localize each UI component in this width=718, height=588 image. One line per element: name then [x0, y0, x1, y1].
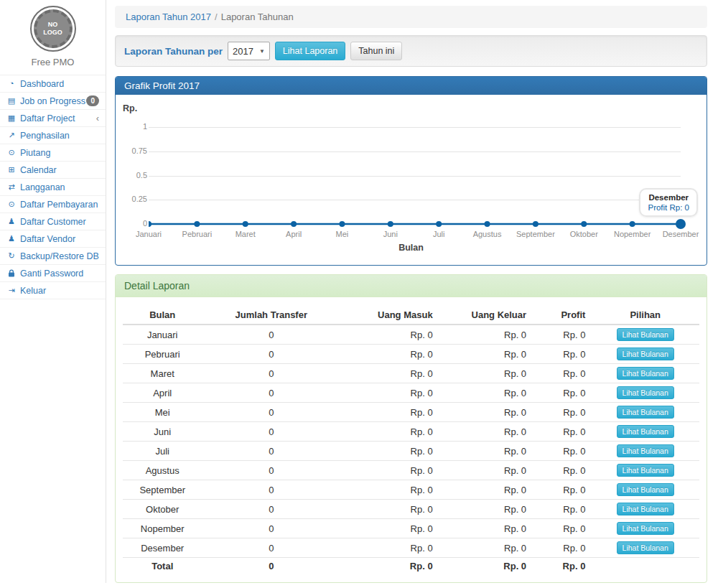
uang_masuk-cell: Rp. 0: [340, 519, 439, 538]
column-header: Profit: [532, 306, 591, 325]
lihat-bulanan-button[interactable]: Lihat Bulanan: [617, 541, 674, 554]
profit-series: [149, 127, 689, 233]
uang_masuk-cell: Rp. 0: [340, 325, 439, 345]
column-header: Uang Keluar: [439, 306, 532, 325]
count-badge: 0: [86, 95, 99, 106]
lihat-bulanan-button[interactable]: Lihat Bulanan: [617, 406, 674, 419]
table-row: Pebruari0Rp. 0Rp. 0Rp. 0Lihat Bulanan: [123, 345, 699, 364]
lock-icon: [6, 269, 17, 278]
profit-cell: Rp. 0: [532, 403, 591, 422]
pilihan-cell: Lihat Bulanan: [591, 383, 699, 403]
column-header: Pilihan: [591, 306, 699, 325]
money-icon: ⊙: [6, 149, 17, 157]
sidebar-item-langganan[interactable]: ⇄Langganan: [0, 179, 106, 196]
sidebar-item-daftar-customer[interactable]: ♟Daftar Customer: [0, 213, 106, 230]
lihat-bulanan-button[interactable]: Lihat Bulanan: [617, 444, 674, 457]
x-tick-label: Agustus: [473, 230, 502, 238]
uang_keluar-cell: Rp. 0: [439, 383, 532, 403]
chart-point-desember[interactable]: [676, 219, 686, 229]
chart-point-pebruari[interactable]: [194, 221, 200, 227]
pilihan-cell: Lihat Bulanan: [591, 500, 699, 519]
pilihan-cell: Lihat Bulanan: [591, 519, 699, 538]
chevron-left-icon: ‹: [96, 113, 99, 123]
tooltip-value: Profit Rp: 0: [648, 203, 689, 212]
lihat-laporan-button[interactable]: Lihat Laporan: [275, 42, 345, 60]
lihat-bulanan-button[interactable]: Lihat Bulanan: [617, 464, 674, 477]
year-select[interactable]: 2017 ▼: [228, 42, 270, 60]
profit-line-chart: Rp. 00.250.50.751JanuariPebruariMaretApr…: [123, 103, 699, 258]
lihat-bulanan-button[interactable]: Lihat Bulanan: [617, 483, 674, 496]
sidebar-item-keluar[interactable]: ⇥Keluar: [0, 282, 106, 299]
sidebar-item-piutang[interactable]: ⊙Piutang: [0, 144, 106, 162]
sidebar-item-daftar-project[interactable]: ▦Daftar Project‹: [0, 110, 106, 127]
users-icon: ♟: [6, 235, 17, 243]
lihat-bulanan-button[interactable]: Lihat Bulanan: [617, 328, 674, 341]
sidebar-item-daftar-vendor[interactable]: ♟Daftar Vendor: [0, 230, 106, 248]
lihat-bulanan-button[interactable]: Lihat Bulanan: [617, 503, 674, 515]
breadcrumb-separator: /: [215, 11, 218, 22]
sidebar-item-job-on-progress[interactable]: ▤Job on Progress0: [0, 93, 106, 110]
money-icon: ⊙: [6, 200, 17, 208]
x-tick-label: September: [516, 230, 555, 238]
lihat-bulanan-button[interactable]: Lihat Bulanan: [617, 367, 674, 380]
lihat-bulanan-button[interactable]: Lihat Bulanan: [617, 522, 674, 535]
chart-point-juni[interactable]: [388, 221, 393, 227]
jumlah_transfer-cell: 0: [202, 403, 340, 422]
bulan-cell: Maret: [123, 364, 202, 383]
profit-cell: Rp. 0: [532, 461, 591, 480]
column-header: Bulan: [123, 306, 202, 325]
sidebar-item-label: Job on Progress: [20, 96, 85, 106]
refresh-icon: ↻: [6, 252, 17, 260]
table-row: Nopember0Rp. 0Rp. 0Rp. 0Lihat Bulanan: [123, 519, 699, 538]
sidebar-item-daftar-pembayaran[interactable]: ⊙Daftar Pembayaran: [0, 196, 106, 213]
bulan-cell: September: [123, 480, 202, 500]
chart-point-juli[interactable]: [436, 221, 442, 227]
sidebar-item-backup-restore-db[interactable]: ↻Backup/Restore DB: [0, 248, 106, 265]
x-tick-label: Mei: [336, 230, 349, 238]
jumlah_transfer-cell: 0: [202, 461, 340, 480]
lihat-bulanan-button[interactable]: Lihat Bulanan: [617, 347, 674, 360]
jumlah_transfer-cell: 0: [202, 500, 340, 519]
table-row: September0Rp. 0Rp. 0Rp. 0Lihat Bulanan: [123, 480, 699, 500]
sidebar-item-label: Langganan: [20, 182, 65, 192]
table-row: Oktober0Rp. 0Rp. 0Rp. 0Lihat Bulanan: [123, 500, 699, 519]
y-tick-label: 0.75: [123, 146, 147, 155]
chart-point-september[interactable]: [533, 221, 538, 227]
chart-point-januari[interactable]: [149, 221, 151, 227]
breadcrumb-link[interactable]: Laporan Tahun 2017: [126, 11, 211, 22]
total-uang_masuk-cell: Rp. 0: [340, 558, 439, 575]
uang_keluar-cell: Rp. 0: [439, 480, 532, 500]
sidebar-item-calendar[interactable]: ⊞Calendar: [0, 162, 106, 179]
chart-point-nopember[interactable]: [630, 221, 635, 227]
lihat-bulanan-button[interactable]: Lihat Bulanan: [617, 386, 674, 399]
chart-point-oktober[interactable]: [581, 221, 587, 227]
pilihan-cell: Lihat Bulanan: [591, 403, 699, 422]
chart-point-mei[interactable]: [339, 221, 345, 227]
jumlah_transfer-cell: 0: [202, 345, 340, 364]
sidebar-item-ganti-password[interactable]: Ganti Password: [0, 265, 106, 282]
jumlah_transfer-cell: 0: [202, 364, 340, 383]
tahun-ini-button[interactable]: Tahun ini: [350, 42, 402, 60]
uang_masuk-cell: Rp. 0: [340, 403, 439, 422]
pilihan-cell: Lihat Bulanan: [591, 325, 699, 345]
no-logo-text: NO LOGO: [34, 9, 73, 48]
profit-cell: Rp. 0: [532, 422, 591, 442]
jumlah_transfer-cell: 0: [202, 538, 340, 558]
chart-point-maret[interactable]: [243, 221, 248, 227]
table-icon: ▦: [6, 114, 17, 122]
laporan-table: BulanJumlah TransferUang MasukUang Kelua…: [123, 306, 699, 575]
chart-point-agustus[interactable]: [485, 221, 490, 227]
uang_keluar-cell: Rp. 0: [439, 403, 532, 422]
lihat-bulanan-button[interactable]: Lihat Bulanan: [617, 425, 674, 438]
chart-point-april[interactable]: [291, 221, 297, 227]
year-filter-bar: Laporan Tahunan per 2017 ▼ Lihat Laporan…: [115, 35, 707, 67]
profit-cell: Rp. 0: [532, 519, 591, 538]
pilihan-cell: Lihat Bulanan: [591, 480, 699, 500]
sidebar-item-penghasilan[interactable]: ↗Penghasilan: [0, 127, 106, 144]
uang_masuk-cell: Rp. 0: [340, 480, 439, 500]
profit-cell: Rp. 0: [532, 345, 591, 364]
y-tick-label: 0.5: [123, 171, 147, 179]
x-tick-label: April: [286, 230, 302, 238]
sidebar-item-dashboard[interactable]: ◔Dashboard: [0, 75, 106, 93]
jumlah_transfer-cell: 0: [202, 325, 340, 345]
